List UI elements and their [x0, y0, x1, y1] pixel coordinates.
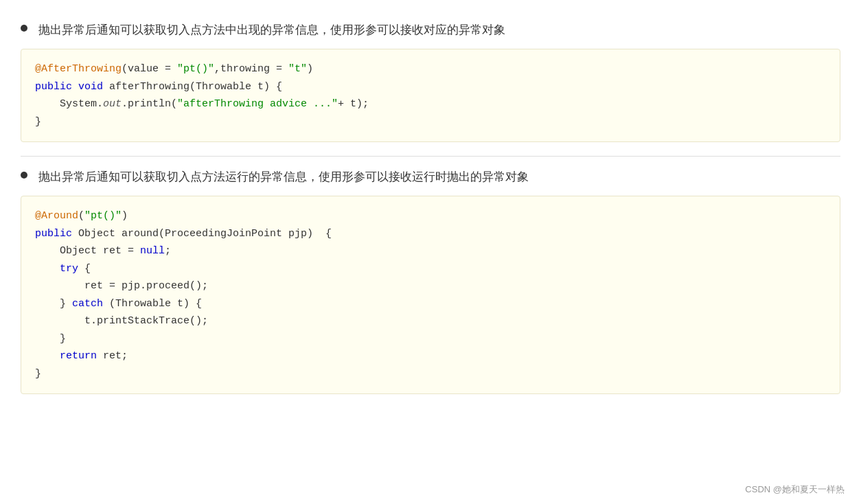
code-line-s1l1: @AfterThrowing(value = "pt()",throwing =… [35, 63, 369, 128]
code-line-s2l1: @Around("pt()") [35, 210, 128, 222]
code-line-s2l9: return ret; [35, 350, 128, 362]
code-block-1: @AfterThrowing(value = "pt()",throwing =… [21, 49, 840, 142]
bullet-section-2: 抛出异常后通知可以获取切入点方法运行的异常信息，使用形参可以接收运行时抛出的异常… [21, 168, 840, 186]
code-line-s2l7: t.printStackTrace(); [35, 315, 208, 327]
code-line-s2l6: } catch (Throwable t) { [35, 298, 202, 310]
bullet-text-2: 抛出异常后通知可以获取切入点方法运行的异常信息，使用形参可以接收运行时抛出的异常… [38, 168, 529, 186]
code-block-2: @Around("pt()") public Object around(Pro… [21, 196, 840, 394]
code-line-s2l2: public Object around(ProceedingJoinPoint… [35, 228, 332, 240]
code-line-s2l3: Object ret = null; [35, 245, 171, 257]
page-container: 抛出异常后通知可以获取切入点方法中出现的异常信息，使用形参可以接收对应的异常对象… [0, 0, 861, 504]
code-line-s2l10: } [35, 368, 41, 380]
code-line-s2l5: ret = pjp.proceed(); [35, 280, 208, 292]
bullet-section-1: 抛出异常后通知可以获取切入点方法中出现的异常信息，使用形参可以接收对应的异常对象 [21, 21, 840, 39]
code-line-s1l2: public void afterThrowing(Throwable t) {… [35, 81, 369, 128]
code-line-s2l8: } [35, 333, 66, 345]
bullet-dot-2 [21, 172, 27, 179]
annotation-afterthrowing: @AfterThrowing [35, 63, 122, 75]
divider [21, 156, 840, 157]
code-line-s2l4: try { [35, 263, 91, 275]
bullet-text-1: 抛出异常后通知可以获取切入点方法中出现的异常信息，使用形参可以接收对应的异常对象 [38, 21, 505, 39]
code-line-s1l3: System.out.println("afterThrowing advice… [35, 98, 369, 110]
annotation-around: @Around [35, 210, 78, 222]
code-line-s1l4: } [35, 116, 41, 128]
bullet-dot-1 [21, 25, 27, 32]
watermark: CSDN @她和夏天一样热 [745, 483, 845, 496]
